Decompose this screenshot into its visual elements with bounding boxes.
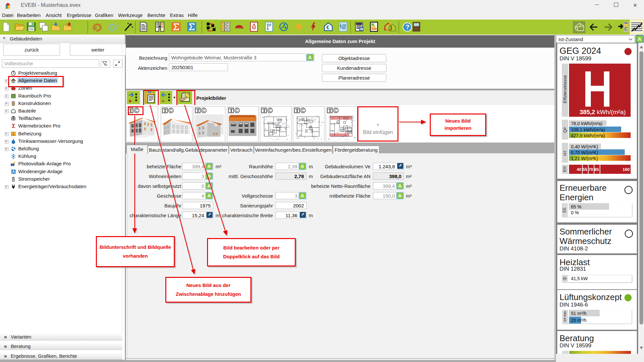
svg-text:C: C [302, 108, 305, 113]
svg-text:C: C [269, 108, 272, 113]
svg-text:T: T [164, 108, 167, 113]
svg-text:85: 85 [594, 167, 599, 172]
svg-text:?: ? [406, 23, 410, 31]
svg-text:T: T [263, 108, 266, 113]
svg-text:T: T [296, 108, 299, 113]
svg-text:C: C [335, 108, 337, 113]
svg-text:T: T [197, 108, 200, 113]
svg-text:€: € [326, 25, 329, 30]
svg-text:T: T [329, 108, 332, 113]
svg-text:T: T [230, 108, 233, 113]
svg-text:70: 70 [589, 167, 593, 172]
svg-text:C: C [170, 108, 172, 113]
svg-text:55: 55 [583, 167, 587, 172]
svg-text:160: 160 [622, 167, 630, 172]
svg-text:W: W [360, 27, 364, 31]
svg-text:40: 40 [577, 167, 581, 172]
svg-text:385,2 kWh/(m²a): 385,2 kWh/(m²a) [580, 109, 626, 115]
svg-text:C: C [202, 108, 205, 113]
svg-text:C: C [236, 108, 239, 113]
